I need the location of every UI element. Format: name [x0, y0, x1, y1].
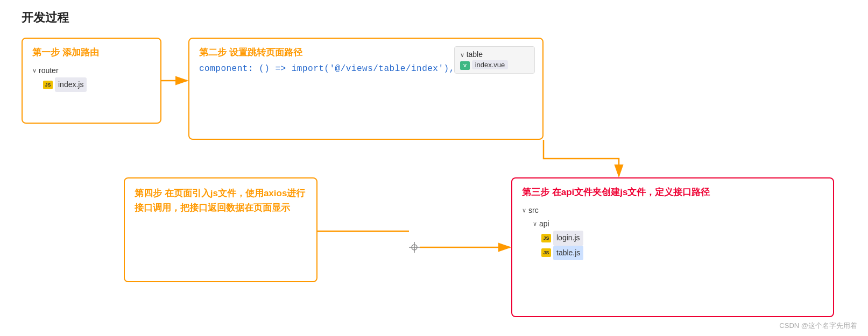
step3-box: 第三步 在api文件夹创建js文件，定义接口路径 ∨ src ∨ api JS …: [511, 177, 834, 317]
chevron-icon2: ∨: [460, 52, 464, 58]
step1-title: 第一步 添加路由: [32, 46, 151, 59]
step3-src: src: [528, 204, 539, 217]
arrow-step2-step3: [544, 140, 619, 176]
step1-filetree: ∨ router JS index.js: [32, 64, 151, 92]
step2-file: index.vue: [472, 60, 509, 69]
vue-icon: V: [460, 61, 470, 70]
step4-box: 第四步 在页面引入js文件，使用axios进行接口调用，把接口返回数据在页面显示: [124, 177, 317, 282]
step4-title: 第四步 在页面引入js文件，使用axios进行接口调用，把接口返回数据在页面显示: [135, 186, 307, 215]
watermark: CSDN @这个名字先用着: [779, 321, 857, 331]
step1-file: index.js: [55, 77, 87, 92]
connector-circle: [412, 245, 417, 250]
step2-filetree: ∨ table V index.vue: [454, 46, 535, 74]
step2-folder: table: [467, 50, 483, 59]
step2-box: 第二步 设置跳转页面路径 component: () => import('@/…: [188, 38, 544, 140]
step3-file2: table.js: [553, 246, 583, 260]
chevron-icon: ∨: [32, 66, 37, 76]
step3-file1: login.js: [553, 231, 583, 245]
step1-box: 第一步 添加路由 ∨ router JS index.js: [22, 38, 161, 124]
js-icon3: JS: [541, 248, 551, 257]
js-icon: JS: [43, 81, 53, 89]
step1-folder: router: [39, 64, 59, 77]
step3-api: api: [539, 217, 549, 231]
chevron-icon3: ∨: [522, 205, 526, 216]
step3-title: 第三步 在api文件夹创建js文件，定义接口路径: [522, 186, 823, 198]
step3-filetree: ∨ src ∨ api JS login.js JS table.js: [522, 204, 823, 260]
chevron-icon4: ∨: [533, 219, 537, 230]
js-icon2: JS: [541, 234, 551, 242]
page-title: 开发过程: [22, 10, 69, 26]
